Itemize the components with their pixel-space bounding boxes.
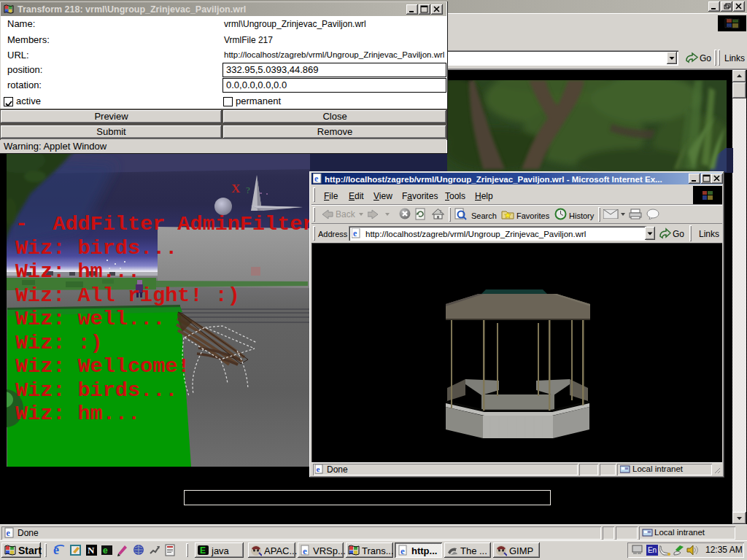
svg-text:e: e	[303, 545, 307, 556]
svg-text:e: e	[314, 174, 319, 184]
svg-text:e: e	[400, 545, 405, 556]
svg-text:X: X	[231, 182, 241, 195]
svg-text:e: e	[317, 464, 320, 473]
svg-text:?: ?	[246, 184, 250, 195]
svg-text:Back: Back	[336, 209, 356, 219]
svg-text:N: N	[88, 545, 95, 556]
svg-text:e: e	[353, 228, 357, 238]
svg-text:E: E	[200, 545, 206, 556]
svg-text:e: e	[103, 545, 108, 556]
